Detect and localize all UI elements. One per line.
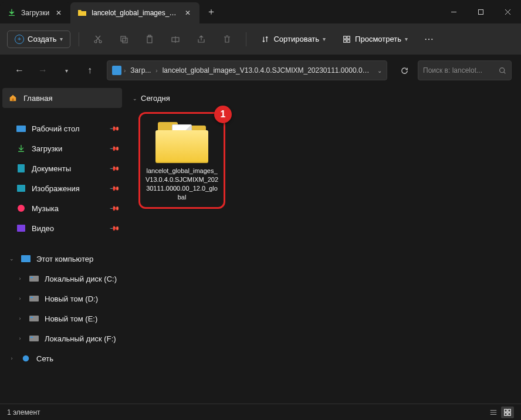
folder-item[interactable]: 1 lancelot_global_images_V13.0.4.0.SJCMI… <box>138 112 225 209</box>
view-button[interactable]: Просмотреть ▾ <box>336 31 414 48</box>
svg-rect-13 <box>12 99 14 101</box>
address-bar[interactable]: › Загр... › lancelot_global_images_V13.0… <box>107 60 387 80</box>
separator <box>79 32 79 46</box>
refresh-button[interactable] <box>394 60 414 80</box>
sidebar-item-label: Главная <box>23 94 116 103</box>
search-placeholder: Поиск в: lancelot... <box>423 66 495 74</box>
group-header[interactable]: ⌄ Сегодня <box>128 92 517 105</box>
chevron-right-icon[interactable]: › <box>8 355 15 361</box>
tab-lancelot[interactable]: lancelot_global_images_V13.0 ✕ <box>70 2 199 23</box>
sidebar-item-label: Документы <box>32 164 104 173</box>
svg-rect-17 <box>505 412 507 415</box>
sidebar-item-this-pc[interactable]: ⌄ Этот компьютер <box>0 249 124 269</box>
content-pane[interactable]: ⌄ Сегодня 1 lancelot_global_images_V13.0… <box>124 86 521 404</box>
sidebar-item-drive-c[interactable]: › Локальный диск (C:) <box>0 269 124 289</box>
more-button[interactable]: ⋯ <box>418 29 439 50</box>
sidebar-item-label: Видео <box>32 224 104 233</box>
svg-rect-4 <box>123 38 127 43</box>
svg-rect-9 <box>347 36 350 38</box>
sidebar-item-label: Загрузки <box>32 144 104 153</box>
chevron-down-icon: ▾ <box>60 36 63 42</box>
chevron-down-icon[interactable]: ⌄ <box>8 256 15 262</box>
titlebar: Загрузки ✕ lancelot_global_images_V13.0 … <box>0 0 521 23</box>
sidebar-item-desktop[interactable]: Рабочий стол 📌 <box>0 118 124 138</box>
pin-icon: 📌 <box>109 202 120 214</box>
chevron-right-icon[interactable]: › <box>16 296 23 302</box>
separator <box>246 32 246 46</box>
forward-button[interactable]: → <box>33 60 53 80</box>
sidebar-item-pictures[interactable]: Изображения 📌 <box>0 178 124 198</box>
video-icon <box>16 223 26 233</box>
create-button[interactable]: + Создать ▾ <box>7 31 70 48</box>
chevron-right-icon[interactable]: › <box>16 336 23 341</box>
pin-icon: 📌 <box>109 222 120 233</box>
close-icon[interactable]: ✕ <box>54 8 63 18</box>
sidebar-item-drive-d[interactable]: › Новый том (D:) <box>0 289 124 309</box>
pin-icon: 📌 <box>109 123 120 134</box>
drive-icon <box>29 294 39 303</box>
new-tab-button[interactable]: ＋ <box>199 0 223 23</box>
drive-icon <box>29 274 39 283</box>
sidebar-item-label: Новый том (E:) <box>45 314 119 323</box>
sidebar-item-documents[interactable]: Документы 📌 <box>0 158 124 178</box>
sidebar-item-downloads[interactable]: Загрузки 📌 <box>0 138 124 158</box>
tab-downloads[interactable]: Загрузки ✕ <box>0 2 70 23</box>
search-input[interactable]: Поиск в: lancelot... <box>418 60 512 80</box>
svg-point-14 <box>23 355 29 362</box>
svg-rect-11 <box>347 39 350 42</box>
svg-rect-8 <box>344 36 346 38</box>
breadcrumb-seg[interactable]: lancelot_global_images_V13.0.4.0.SJCMIXM… <box>160 65 375 76</box>
sidebar-item-home[interactable]: Главная <box>2 88 122 108</box>
chevron-right-icon[interactable]: › <box>16 316 23 321</box>
delete-button[interactable] <box>216 29 238 50</box>
maximize-button[interactable] <box>467 0 494 23</box>
desktop-icon <box>16 124 26 133</box>
sidebar-item-label: Сеть <box>36 354 119 363</box>
svg-point-1 <box>94 40 97 43</box>
folder-large-icon <box>155 122 208 163</box>
cut-button[interactable] <box>87 29 109 50</box>
sort-button[interactable]: Сортировать ▾ <box>255 31 331 48</box>
sort-label: Сортировать <box>273 35 319 43</box>
pin-icon: 📌 <box>109 162 120 174</box>
paste-button[interactable] <box>139 29 160 50</box>
up-button[interactable]: ↑ <box>80 60 100 80</box>
close-window-button[interactable] <box>494 0 521 23</box>
back-button[interactable]: ← <box>9 60 29 80</box>
sidebar-item-drive-f[interactable]: › Локальный диск (F:) <box>0 328 124 348</box>
view-label: Просмотреть <box>355 35 401 43</box>
status-count: 1 элемент <box>7 408 40 416</box>
close-icon[interactable]: ✕ <box>183 8 192 18</box>
sidebar-item-drive-e[interactable]: › Новый том (E:) <box>0 309 124 328</box>
sidebar: Главная Рабочий стол 📌 Загрузки 📌 Докуме… <box>0 86 124 404</box>
icons-view-button[interactable] <box>501 407 514 418</box>
sidebar-item-network[interactable]: › Сеть <box>0 348 124 368</box>
svg-rect-16 <box>508 409 510 411</box>
recent-dropdown[interactable]: ▾ <box>56 60 76 80</box>
share-button[interactable] <box>191 29 212 50</box>
status-bar: 1 элемент <box>0 404 521 420</box>
plus-icon: + <box>15 35 24 44</box>
pc-icon <box>21 254 31 263</box>
sidebar-item-videos[interactable]: Видео 📌 <box>0 218 124 238</box>
chevron-down-icon[interactable]: ⌄ <box>377 67 382 74</box>
create-label: Создать <box>28 35 56 43</box>
svg-rect-3 <box>121 36 126 41</box>
copy-button[interactable] <box>113 29 134 50</box>
sidebar-item-label: Новый том (D:) <box>45 294 119 303</box>
tab-label: lancelot_global_images_V13.0 <box>92 9 178 17</box>
chevron-right-icon[interactable]: › <box>16 276 23 282</box>
documents-icon <box>16 164 26 173</box>
minimize-button[interactable] <box>440 0 467 23</box>
chevron-right-icon: › <box>155 67 157 74</box>
sidebar-item-music[interactable]: Музыка 📌 <box>0 198 124 218</box>
breadcrumb-seg[interactable]: Загр... <box>128 65 153 76</box>
svg-rect-15 <box>505 409 507 411</box>
download-icon <box>7 8 16 18</box>
details-view-button[interactable] <box>487 407 500 418</box>
rename-button[interactable] <box>165 29 186 50</box>
folder-icon <box>77 8 87 18</box>
main-area: Главная Рабочий стол 📌 Загрузки 📌 Докуме… <box>0 86 521 404</box>
svg-rect-5 <box>147 36 152 43</box>
navigation-bar: ← → ▾ ↑ › Загр... › lancelot_global_imag… <box>0 55 521 86</box>
